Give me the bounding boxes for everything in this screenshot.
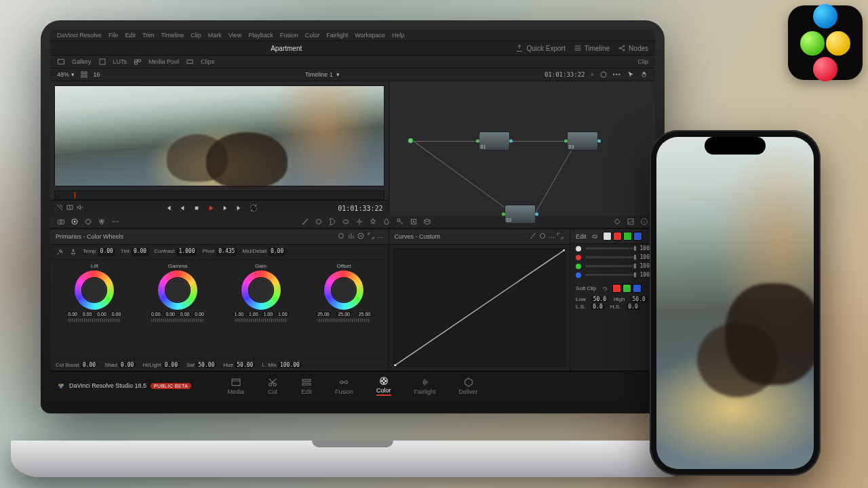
swatch-y[interactable] [603,232,612,241]
page-deliver[interactable]: Deliver [459,377,478,395]
hue-vs-hue-icon[interactable] [538,232,547,240]
panel-menu-icon[interactable]: ⋯ [377,235,383,241]
bypass-icon[interactable] [56,203,64,211]
scopes-icon[interactable] [627,218,635,226]
node-graph[interactable]: 01 03 02 [389,81,655,216]
play-button[interactable] [206,203,216,213]
mac-menubar[interactable]: DaVinci Resolve File Edit Trim Timeline … [50,30,655,41]
sc-swatch-r[interactable] [612,284,621,293]
wheels-mode-icon[interactable] [337,232,345,240]
hdr-icon[interactable] [84,218,92,226]
curves-editor[interactable] [393,249,566,367]
zoom-menu[interactable]: 48% ▾ [57,71,75,78]
first-frame-button[interactable] [163,203,173,213]
prev-frame-button[interactable] [178,203,187,213]
gain-master-slider[interactable] [235,319,288,322]
quick-export-button[interactable]: Quick Export [515,44,565,52]
curves-icon[interactable] [301,218,309,226]
page-cut[interactable]: Cut [267,377,278,395]
timeline-selector[interactable]: Timeline 1 ▾ [305,71,340,78]
camera-raw-icon[interactable] [57,218,65,226]
motion-icon[interactable] [111,218,119,226]
page-fusion[interactable]: Fusion [335,377,353,395]
hilight-value[interactable]: 0.00 [163,362,180,368]
curves-expand-icon[interactable] [556,232,564,240]
menu-mark[interactable]: Mark [208,32,222,39]
tracker-icon[interactable] [355,218,363,226]
offset-master-slider[interactable] [317,319,370,322]
viewer-image[interactable] [54,85,384,186]
tab-clip-right[interactable]: Clip [637,58,648,65]
node-source-dot[interactable] [408,138,413,143]
timeline-toggle[interactable]: Timeline [574,44,610,52]
lift-wheel[interactable]: Lift 0.000.000.000.00 [66,263,122,322]
lmix-value[interactable]: 100.00 [278,362,302,368]
swatch-g[interactable] [623,232,632,241]
menu-workspace[interactable]: Workspace [355,32,385,39]
lift-master-slider[interactable] [68,319,121,322]
gain-wheel[interactable]: Gain 1.001.001.001.00 [233,263,289,322]
node-03[interactable]: 03 [567,131,598,150]
sizing-icon[interactable] [410,218,418,226]
tab-gallery[interactable]: Gallery [72,58,92,65]
sc-low[interactable]: 50.0 [591,296,608,302]
link-icon[interactable] [591,232,599,241]
bars-mode-icon[interactable] [347,232,355,240]
tab-clips[interactable]: Clips [201,58,214,65]
page-edit[interactable]: Edit [301,377,312,395]
page-fairlight[interactable]: Fairlight [414,377,436,395]
channel-y[interactable]: 100 [570,244,655,253]
menu-trim[interactable]: Trim [142,32,155,39]
sc-swatch-g[interactable] [623,284,631,293]
transport-timecode[interactable]: 01:01:33:22 [338,205,382,212]
link2-icon[interactable] [600,285,608,293]
node-01[interactable]: 01 [479,131,510,150]
channel-g[interactable]: 100 [570,262,655,270]
audio-icon[interactable] [76,203,84,211]
shad-value[interactable]: 0.00 [119,362,136,368]
viewer-scrubber[interactable] [54,190,384,200]
3d-icon[interactable] [423,218,431,226]
blur-icon[interactable] [382,218,391,226]
menu-playback[interactable]: Playback [248,32,273,39]
page-media[interactable]: Media [227,377,244,395]
sat-value[interactable]: 50.00 [196,362,216,368]
offset-wheel[interactable]: Offset 25.0025.0025.00 [316,263,372,322]
middetail-value[interactable]: 0.00 [269,248,285,256]
swatch-r[interactable] [613,232,622,241]
auto-balance-icon[interactable] [69,248,77,256]
warper-icon[interactable] [315,218,323,226]
menu-fusion[interactable]: Fusion [280,32,298,39]
curves-custom-icon[interactable] [529,232,537,240]
menu-color[interactable]: Color [305,32,320,39]
page-color[interactable]: Color [376,375,391,396]
qualifier-icon[interactable] [328,218,336,226]
hand-icon[interactable] [640,70,648,79]
magic-mask-icon[interactable] [369,218,377,226]
menu-fairlight[interactable]: Fairlight [326,32,348,39]
menu-clip[interactable]: Clip [191,32,201,39]
expand-icon[interactable] [367,232,375,240]
fit-value[interactable]: 16 [94,71,100,78]
sc-hs[interactable]: 0.0 [626,304,639,310]
menu-file[interactable]: File [108,32,119,39]
keyframes-icon[interactable] [613,218,621,226]
loop-button[interactable] [249,203,258,213]
rgb-mixer-icon[interactable] [98,218,106,226]
stop-button[interactable] [192,203,201,213]
menu-timeline[interactable]: Timeline [161,32,184,39]
window-icon[interactable] [342,218,350,226]
menu-app[interactable]: DaVinci Resolve [57,32,102,39]
header-timecode[interactable]: 01:01:33:22 [545,71,585,78]
tab-luts[interactable]: LUTs [113,58,127,65]
tab-mediapool[interactable]: Media Pool [149,58,179,65]
next-frame-button[interactable] [220,203,230,213]
gamma-wheel[interactable]: Gamma 0.000.000.000.00 [150,263,205,322]
sc-swatch-b[interactable] [633,284,642,293]
temp-value[interactable]: 0.00 [98,248,115,256]
nodes-toggle[interactable]: Nodes [618,44,648,52]
swatch-b[interactable] [633,232,642,241]
menu-edit[interactable]: Edit [125,32,136,39]
sc-ls[interactable]: 0.0 [591,304,604,310]
log-mode-icon[interactable] [357,232,365,240]
